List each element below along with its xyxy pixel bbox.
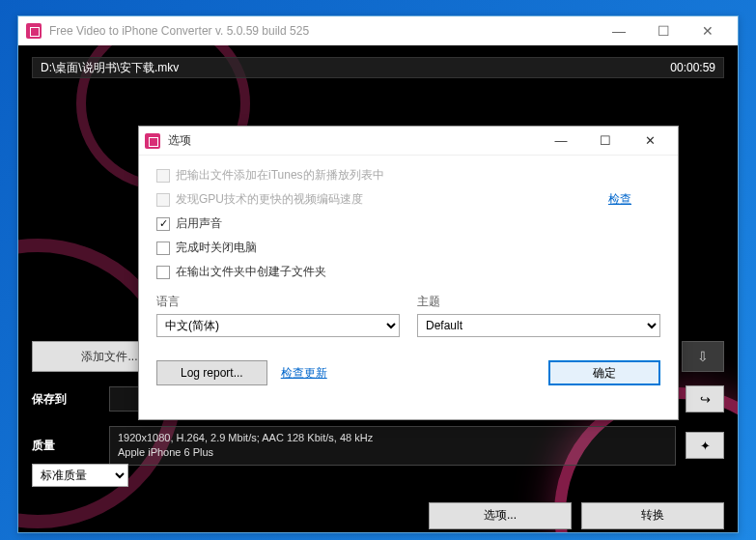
ok-button[interactable]: 确定	[548, 360, 660, 385]
theme-label: 主题	[417, 294, 660, 310]
minimize-button[interactable]: —	[597, 16, 641, 45]
quality-row: 质量 1920x1080, H.264, 2.9 Mbit/s; AAC 128…	[32, 426, 724, 466]
checkbox-row-subfolder: 在输出文件夹中创建子文件夹	[156, 264, 660, 280]
window-title: Free Video to iPhone Converter v. 5.0.59…	[49, 24, 597, 38]
dialog-title: 选项	[168, 132, 539, 149]
checkbox-subfolder-label: 在输出文件夹中创建子文件夹	[176, 264, 326, 280]
checkbox-shutdown[interactable]	[156, 242, 170, 255]
media-info: 1920x1080, H.264, 2.9 Mbit/s; AAC 128 Kb…	[109, 426, 676, 466]
language-label: 语言	[156, 294, 400, 310]
checkbox-shutdown-label: 完成时关闭电脑	[176, 240, 257, 256]
checkbox-subfolder[interactable]	[156, 266, 170, 279]
log-report-button[interactable]: Log report...	[156, 360, 267, 385]
dialog-footer: Log report... 检查更新 确定	[139, 349, 678, 397]
dialog-maximize-button[interactable]: ☐	[583, 127, 628, 156]
checkbox-row-itunes: 把输出文件添加在iTunes的新播放列表中	[156, 167, 660, 184]
media-info-line1: 1920x1080, H.264, 2.9 Mbit/s; AAC 128 Kb…	[118, 431, 667, 445]
quality-select[interactable]: 标准质量	[32, 464, 128, 487]
dialog-titlebar: 选项 — ☐ ✕	[139, 127, 678, 156]
checkbox-itunes	[156, 169, 170, 183]
selects-row: 语言 中文(简体) 主题 Default	[156, 294, 660, 337]
checkbox-row-gpu: 发现GPU技术的更快的视频编码速度 检查	[156, 191, 660, 208]
checkbox-sound[interactable]	[156, 217, 170, 231]
app-icon	[26, 23, 42, 39]
options-dialog: 选项 — ☐ ✕ 把输出文件添加在iTunes的新播放列表中 发现GPU技术的更…	[138, 126, 679, 420]
settings-button[interactable]: ✦	[686, 432, 724, 459]
save-to-label: 保存到	[32, 391, 99, 408]
file-info-bar: D:\桌面\说明书\安下载.mkv 00:00:59	[32, 57, 724, 78]
app-icon	[145, 133, 160, 149]
close-button[interactable]: ✕	[686, 16, 730, 45]
options-button[interactable]: 选项...	[429, 502, 572, 529]
file-path: D:\桌面\说明书\安下载.mkv	[41, 60, 670, 76]
check-gpu-link[interactable]: 检查	[608, 191, 631, 208]
checkbox-row-shutdown: 完成时关闭电脑	[156, 240, 660, 256]
maximize-button[interactable]: ☐	[641, 16, 686, 45]
language-group: 语言 中文(简体)	[156, 294, 400, 337]
language-select[interactable]: 中文(简体)	[156, 314, 400, 337]
checkbox-gpu	[156, 193, 170, 207]
dialog-close-button[interactable]: ✕	[628, 127, 672, 156]
window-controls: — ☐ ✕	[597, 16, 730, 45]
quality-select-row: 标准质量	[32, 464, 724, 487]
checkbox-sound-label: 启用声音	[176, 215, 222, 232]
theme-select[interactable]: Default	[417, 314, 660, 337]
file-duration: 00:00:59	[670, 61, 715, 74]
open-folder-button[interactable]: ↪	[686, 385, 724, 412]
dialog-minimize-button[interactable]: —	[539, 127, 583, 156]
media-info-line2: Apple iPhone 6 Plus	[118, 445, 667, 460]
bottom-buttons: 选项... 转换	[32, 502, 724, 529]
convert-button[interactable]: 转换	[581, 502, 724, 529]
checkbox-itunes-label: 把输出文件添加在iTunes的新播放列表中	[176, 167, 384, 184]
checkbox-gpu-label: 发现GPU技术的更快的视频编码速度	[176, 191, 363, 208]
move-down-button[interactable]: ⇩	[682, 341, 724, 372]
checkbox-row-sound: 启用声音	[156, 215, 660, 232]
dialog-body: 把输出文件添加在iTunes的新播放列表中 发现GPU技术的更快的视频编码速度 …	[139, 156, 678, 349]
theme-group: 主题 Default	[417, 294, 660, 337]
quality-label: 质量	[32, 438, 99, 454]
main-titlebar: Free Video to iPhone Converter v. 5.0.59…	[18, 16, 738, 45]
check-updates-link[interactable]: 检查更新	[281, 365, 327, 382]
